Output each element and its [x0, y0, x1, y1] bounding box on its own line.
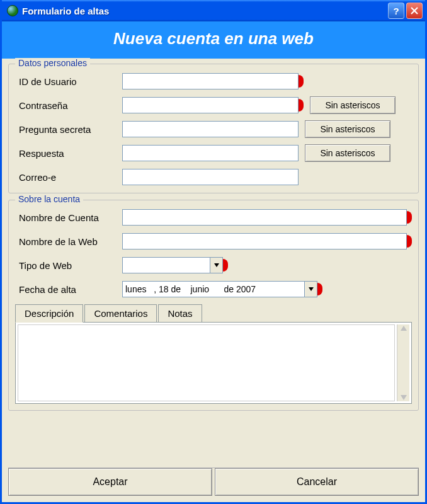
user-id-input[interactable] — [122, 73, 299, 89]
group-title-account: Sobre la cuenta — [15, 194, 83, 204]
account-name-input[interactable] — [122, 209, 407, 226]
label-answer: Respuesta — [15, 148, 122, 159]
row-web-name: Nombre de la Web — [15, 232, 412, 251]
answer-input[interactable] — [122, 145, 299, 161]
content-area: Datos personales ID de Usuario Contraseñ… — [2, 59, 425, 502]
tab-description[interactable]: Descripción — [15, 304, 83, 323]
accept-button[interactable]: Aceptar — [8, 468, 212, 496]
field-wrap — [122, 169, 299, 185]
web-type-select[interactable] — [122, 257, 223, 273]
scrollbar[interactable] — [397, 324, 409, 401]
email-input[interactable] — [122, 169, 299, 185]
chevron-down-icon — [309, 287, 314, 291]
scroll-up-icon — [401, 326, 407, 331]
required-marker-icon — [317, 283, 322, 295]
label-email: Correo-e — [15, 172, 122, 183]
titlebar: Formulario de altas ? — [2, 0, 425, 21]
reg-date-picker[interactable]: lunes , 18 de junio de 2007 — [122, 281, 317, 297]
password-input[interactable] — [122, 97, 299, 113]
dropdown-button[interactable] — [210, 258, 222, 273]
row-user-id: ID de Usuario — [15, 72, 412, 91]
page-title: Nueva cuenta en una web — [2, 29, 425, 49]
tab-comments[interactable]: Comentarios — [84, 304, 157, 323]
field-wrap — [122, 145, 299, 161]
field-wrap — [122, 73, 304, 89]
no-asterisks-button-1[interactable]: Sin asteriscos — [310, 96, 396, 114]
row-account-name: Nombre de Cuenta — [15, 208, 412, 227]
close-icon — [411, 7, 418, 14]
tab-content — [15, 322, 412, 404]
required-marker-icon — [407, 235, 412, 248]
web-name-input[interactable] — [122, 233, 407, 249]
app-icon — [7, 5, 18, 16]
no-asterisks-button-2[interactable]: Sin asteriscos — [305, 120, 390, 138]
close-button[interactable] — [406, 3, 423, 19]
label-web-name: Nombre de la Web — [15, 236, 122, 247]
required-marker-icon — [299, 99, 304, 112]
help-icon: ? — [393, 6, 399, 16]
tab-notes[interactable]: Notas — [158, 304, 202, 323]
scroll-down-icon — [401, 395, 407, 400]
field-wrap — [122, 209, 412, 226]
window-title: Formulario de altas — [22, 6, 388, 16]
label-secret-question: Pregunta secreta — [15, 124, 122, 135]
personal-data-group: Datos personales ID de Usuario Contraseñ… — [8, 64, 419, 193]
cancel-button[interactable]: Cancelar — [215, 468, 419, 496]
no-asterisks-button-3[interactable]: Sin asteriscos — [305, 144, 390, 162]
tab-strip: Descripción Comentarios Notas — [15, 304, 412, 322]
field-wrap — [122, 233, 412, 249]
help-button[interactable]: ? — [388, 3, 404, 19]
field-wrap: lunes , 18 de junio de 2007 — [122, 281, 322, 297]
group-title-personal: Datos personales — [15, 58, 90, 68]
dialog-window: Formulario de altas ? Nueva cuenta en un… — [0, 0, 427, 504]
dialog-footer: Aceptar Cancelar — [8, 467, 419, 496]
row-password: Contraseña Sin asteriscos — [15, 96, 412, 115]
label-user-id: ID de Usuario — [15, 76, 122, 87]
chevron-down-icon — [214, 263, 219, 267]
row-web-type: Tipo de Web — [15, 256, 412, 275]
row-email: Correo-e — [15, 168, 412, 186]
required-marker-icon — [407, 211, 412, 224]
row-secret-question: Pregunta secreta Sin asteriscos — [15, 120, 412, 139]
field-wrap — [122, 97, 304, 113]
secret-question-input[interactable] — [122, 121, 299, 137]
account-group: Sobre la cuenta Nombre de Cuenta Nombre … — [8, 200, 419, 411]
label-password: Contraseña — [15, 100, 122, 111]
titlebar-buttons: ? — [388, 3, 423, 19]
label-web-type: Tipo de Web — [15, 260, 122, 271]
date-dropdown-button[interactable] — [304, 282, 317, 297]
header-band: Nueva cuenta en una web — [2, 21, 425, 59]
field-wrap — [122, 121, 299, 137]
required-marker-icon — [223, 259, 228, 272]
description-textarea[interactable] — [18, 324, 395, 401]
row-answer: Respuesta Sin asteriscos — [15, 144, 412, 163]
field-wrap — [122, 257, 228, 273]
required-marker-icon — [299, 75, 304, 88]
label-reg-date: Fecha de alta — [15, 284, 122, 295]
reg-date-value: lunes , 18 de junio de 2007 — [123, 284, 304, 294]
row-reg-date: Fecha de alta lunes , 18 de junio de 200… — [15, 280, 412, 299]
label-account-name: Nombre de Cuenta — [15, 212, 122, 223]
